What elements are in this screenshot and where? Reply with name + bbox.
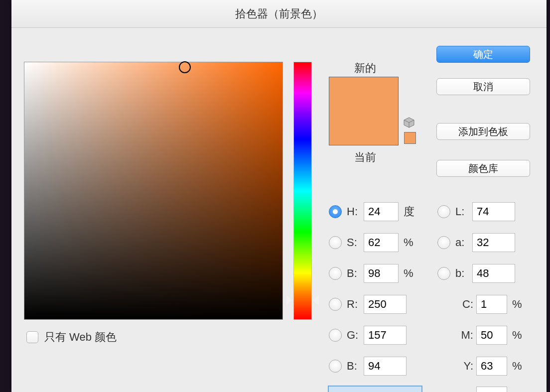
label-c: C: — [456, 298, 473, 311]
input-c[interactable] — [476, 295, 507, 314]
label-m: M: — [456, 329, 473, 342]
label-k: K: — [456, 390, 473, 392]
radio-s[interactable] — [329, 236, 342, 249]
unit-y: % — [512, 360, 527, 373]
radio-a[interactable] — [437, 236, 450, 249]
label-g: G: — [347, 329, 364, 342]
unit-s: % — [404, 236, 418, 249]
hue-marker-right[interactable] — [313, 295, 319, 305]
current-color-swatch[interactable] — [329, 111, 398, 145]
radio-r[interactable] — [329, 298, 342, 311]
label-b-brightness: B: — [347, 267, 364, 280]
unit-m: % — [512, 329, 527, 342]
titlebar: 拾色器（前景色） — [11, 0, 547, 28]
label-s: S: — [347, 236, 364, 249]
hue-marker-left[interactable] — [286, 295, 292, 305]
label-y: Y: — [456, 360, 473, 373]
ok-button[interactable]: 确定 — [436, 46, 530, 63]
radio-b-blue[interactable] — [329, 360, 342, 373]
dialog-title: 拾色器（前景色） — [235, 6, 323, 21]
unit-c: % — [512, 298, 527, 311]
color-libraries-button[interactable]: 颜色库 — [436, 160, 530, 177]
new-color-label: 新的 — [328, 61, 403, 76]
cancel-button[interactable]: 取消 — [436, 78, 530, 95]
label-b-blue: B: — [347, 360, 364, 373]
closest-color-swatch[interactable] — [404, 132, 416, 144]
input-L[interactable] — [472, 202, 515, 221]
unit-k: % — [512, 390, 527, 392]
input-h[interactable] — [364, 202, 399, 221]
input-lab-b[interactable] — [472, 264, 515, 283]
dialog-content: 新的 当前 确定 取消 添加到色板 颜色库 H: 度 — [11, 28, 547, 392]
input-b-blue[interactable] — [364, 357, 407, 376]
label-a: a: — [455, 236, 472, 249]
unit-b-brightness: % — [404, 267, 418, 280]
hex-input[interactable] — [328, 386, 422, 392]
new-color-swatch[interactable] — [329, 77, 398, 111]
radio-b-brightness[interactable] — [329, 267, 342, 280]
web-colors-only-row: 只有 Web 颜色 — [26, 330, 117, 345]
input-m[interactable] — [476, 326, 507, 345]
radio-h[interactable] — [329, 205, 342, 218]
label-lab-b: b: — [455, 267, 472, 280]
label-h: H: — [347, 205, 364, 218]
input-y[interactable] — [476, 357, 507, 376]
input-g[interactable] — [364, 326, 407, 345]
radio-g[interactable] — [329, 329, 342, 342]
sb-picker-handle[interactable] — [179, 61, 191, 73]
unit-h: 度 — [404, 204, 418, 219]
input-a[interactable] — [472, 233, 515, 252]
hue-bar[interactable] — [293, 62, 312, 320]
web-colors-checkbox[interactable] — [26, 331, 38, 343]
radio-lab-b[interactable] — [437, 267, 450, 280]
label-L: L: — [455, 205, 472, 218]
input-r[interactable] — [364, 295, 407, 314]
radio-L[interactable] — [437, 205, 450, 218]
web-colors-label: 只有 Web 颜色 — [44, 330, 117, 345]
gamut-warning-icon[interactable] — [403, 117, 415, 129]
color-swatch — [329, 77, 399, 145]
input-b-brightness[interactable] — [364, 264, 399, 283]
input-k[interactable] — [476, 387, 507, 392]
input-s[interactable] — [364, 233, 399, 252]
current-color-label: 当前 — [328, 150, 403, 165]
label-r: R: — [347, 298, 364, 311]
color-picker-dialog: 拾色器（前景色） 新的 当前 确定 取消 — [11, 0, 547, 392]
add-to-swatches-button[interactable]: 添加到色板 — [436, 123, 530, 140]
saturation-brightness-field[interactable] — [24, 62, 283, 320]
